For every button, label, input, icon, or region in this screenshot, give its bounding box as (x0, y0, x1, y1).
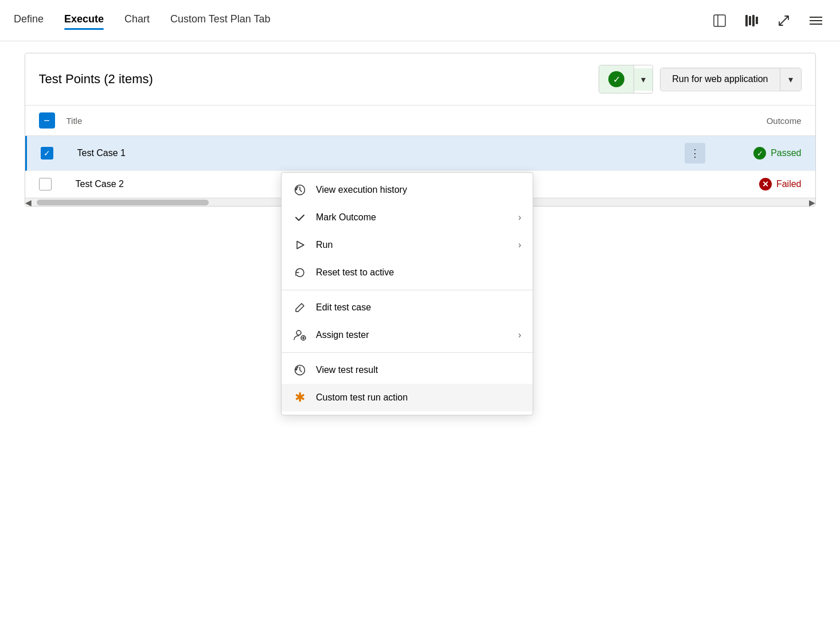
panel-header: Test Points (2 items) ✓ ▾ Run for web ap… (25, 53, 815, 106)
run-arrow-icon: › (518, 240, 521, 250)
tab-define[interactable]: Define (14, 13, 44, 28)
nav-icon-group (709, 10, 826, 31)
scrollbar-thumb[interactable] (37, 200, 209, 205)
scroll-right-arrow[interactable]: ▶ (809, 198, 815, 207)
row1-title: Test Case 1 (77, 148, 685, 158)
menu-item-edit[interactable]: Edit test case (282, 294, 533, 321)
menu-item-mark-outcome-label: Mark Outcome (316, 212, 509, 223)
svg-rect-5 (756, 17, 758, 24)
checkmark-icon (293, 211, 307, 224)
run-button-group: Run for web application ▾ (660, 68, 801, 91)
menu-item-view-history-label: View execution history (316, 185, 521, 195)
menu-item-assign-label: Assign tester (316, 330, 509, 340)
expand-icon[interactable] (773, 10, 794, 31)
versions-icon[interactable] (741, 10, 762, 31)
menu-item-mark-outcome[interactable]: Mark Outcome › (282, 204, 533, 231)
menu-item-reset-label: Reset test to active (316, 267, 521, 278)
table-header: − Title Outcome (25, 106, 815, 136)
panel-title: Test Points (2 items) (39, 72, 153, 87)
history-icon (293, 183, 307, 197)
side-panel-icon[interactable] (709, 10, 730, 31)
menu-item-assign[interactable]: Assign tester › (282, 321, 533, 349)
row1-checkbox[interactable]: ✓ (41, 147, 53, 160)
tab-custom[interactable]: Custom Test Plan Tab (170, 13, 270, 28)
menu-icon[interactable] (806, 10, 826, 31)
menu-item-reset[interactable]: Reset test to active (282, 259, 533, 286)
status-button-group: ✓ ▾ (599, 65, 653, 94)
assign-tester-icon (293, 328, 307, 342)
mark-outcome-arrow-icon: › (518, 212, 521, 223)
menu-item-view-result-label: View test result (316, 365, 521, 375)
edit-icon (293, 301, 307, 314)
tab-execute[interactable]: Execute (64, 13, 104, 28)
row2-checkbox-col (39, 178, 67, 190)
main-content: Test Points (2 items) ✓ ▾ Run for web ap… (0, 41, 840, 218)
row1-more-button[interactable]: ⋮ (685, 143, 705, 164)
failed-icon: ✕ (759, 178, 772, 190)
tab-chart[interactable]: Chart (124, 13, 150, 28)
menu-item-custom-action-label: Custom test run action (316, 392, 521, 403)
status-dropdown-button[interactable]: ▾ (634, 68, 653, 91)
assign-arrow-icon: › (518, 330, 521, 340)
outcome-column-header: Outcome (710, 116, 802, 126)
select-all-checkbox[interactable]: − (39, 112, 55, 129)
svg-rect-4 (752, 15, 755, 26)
row2-outcome-label: Failed (776, 179, 802, 189)
row1-outcome: ✓ Passed (710, 147, 802, 160)
scroll-left-arrow[interactable]: ◀ (25, 198, 32, 207)
green-check-icon: ✓ (608, 71, 624, 87)
menu-divider-2 (282, 352, 533, 353)
menu-item-custom-action[interactable]: ✱ Custom test run action (282, 384, 533, 411)
menu-divider-1 (282, 290, 533, 290)
header-actions: ✓ ▾ Run for web application ▾ (599, 65, 801, 94)
row2-outcome: ✕ Failed (710, 178, 802, 190)
top-navigation: Define Execute Chart Custom Test Plan Ta… (0, 0, 840, 41)
context-menu: View execution history Mark Outcome › Ru… (281, 172, 533, 415)
menu-item-run-label: Run (316, 240, 509, 250)
star-icon: ✱ (293, 391, 307, 404)
menu-item-view-result[interactable]: View test result (282, 356, 533, 384)
svg-rect-0 (714, 15, 725, 26)
svg-rect-3 (749, 16, 751, 25)
play-icon (293, 238, 307, 252)
menu-item-run[interactable]: Run › (282, 231, 533, 259)
run-dropdown-button[interactable]: ▾ (780, 68, 801, 91)
row1-checkbox-col: ✓ (41, 147, 68, 160)
passed-icon: ✓ (753, 147, 766, 160)
status-check-button[interactable]: ✓ (599, 65, 634, 93)
nav-tabs: Define Execute Chart Custom Test Plan Ta… (14, 13, 709, 28)
reset-icon (293, 266, 307, 279)
select-all-column: − (39, 112, 67, 129)
menu-item-view-history[interactable]: View execution history (282, 176, 533, 204)
menu-item-edit-label: Edit test case (316, 302, 521, 313)
view-result-history-icon (293, 363, 307, 377)
row2-checkbox[interactable] (39, 178, 52, 190)
svg-point-10 (296, 330, 301, 335)
table-row[interactable]: ✓ Test Case 1 ⋮ ✓ Passed (25, 136, 815, 171)
row1-outcome-label: Passed (771, 148, 801, 158)
run-web-app-button[interactable]: Run for web application (661, 68, 779, 90)
title-column-header: Title (67, 116, 710, 126)
svg-rect-2 (745, 15, 748, 26)
